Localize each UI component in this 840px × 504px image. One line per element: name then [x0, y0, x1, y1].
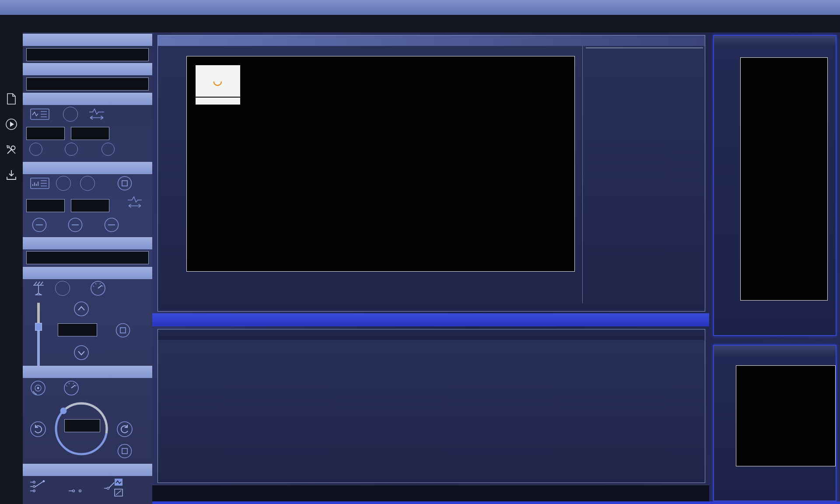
sa-start-freq-input[interactable] [26, 127, 65, 140]
spa-button[interactable] [63, 107, 78, 122]
height-pattern-titlebar[interactable] [714, 36, 836, 47]
app-titlebar[interactable] [0, 0, 840, 15]
detector1-button[interactable] [32, 217, 47, 232]
tools-icon[interactable] [5, 144, 18, 156]
bl2-button[interactable] [102, 143, 115, 156]
height-pattern-window [713, 35, 836, 336]
sa-stop-freq-input[interactable] [71, 127, 109, 140]
stop-button[interactable] [117, 176, 132, 191]
final-data-titlebar[interactable] [158, 329, 705, 340]
mast-slider-handle[interactable] [35, 323, 42, 331]
rcv-start-freq-input[interactable] [26, 199, 65, 212]
azimuth-pattern-window [713, 345, 836, 501]
section-table[interactable] [23, 366, 152, 378]
selector-switch-icon[interactable] [29, 479, 47, 496]
document-tab-strip [152, 313, 709, 326]
rcv-stop-freq-input[interactable] [71, 199, 109, 212]
mast-stop-button[interactable] [116, 323, 130, 338]
spectrum-legend [586, 46, 703, 49]
rotate-cw-button[interactable] [116, 421, 133, 438]
mast-speed-gauge-icon[interactable] [90, 280, 106, 297]
mast-up-button[interactable] [74, 301, 89, 317]
bl1-button[interactable] [65, 143, 78, 156]
antenna-icon [31, 281, 46, 297]
legend-limit-header [586, 46, 703, 48]
signal-path-selector-icon[interactable] [103, 478, 124, 498]
mast-slider-track-lower [37, 326, 40, 368]
limit-input[interactable] [26, 77, 149, 91]
section-condition[interactable] [23, 34, 152, 46]
spectrum-window-titlebar[interactable] [158, 35, 705, 46]
document-icon[interactable] [6, 93, 17, 105]
analyzer-instrument-icon[interactable] [30, 108, 49, 121]
final-data-window [158, 329, 705, 483]
rotate-ccw-button[interactable] [30, 421, 46, 438]
height-pattern-plot[interactable] [740, 57, 828, 301]
azimuth-pattern-titlebar[interactable] [714, 346, 836, 357]
receiver-instrument-icon[interactable] [30, 177, 49, 190]
detector3-button[interactable] [104, 217, 119, 232]
legend-divider [582, 46, 583, 303]
tds-button[interactable] [80, 176, 95, 191]
emc-toyo-logo-sub [196, 98, 240, 105]
menubar [0, 15, 840, 32]
detector2-button[interactable] [68, 217, 83, 232]
sweep-icon[interactable] [88, 107, 106, 122]
section-selector[interactable] [23, 464, 152, 476]
azimuth-pattern-plot[interactable] [736, 365, 836, 466]
table-speed-gauge-icon[interactable] [63, 380, 80, 396]
activity-bar [0, 32, 23, 504]
emc-toyo-logo: ◡ [196, 65, 240, 97]
export-icon[interactable] [5, 169, 18, 181]
transducer-input[interactable] [26, 251, 149, 264]
section-limit[interactable] [23, 63, 152, 75]
table-stop-button[interactable] [117, 444, 132, 458]
rcv-sweep-icon[interactable] [126, 195, 144, 209]
mast-polarization-button[interactable] [55, 281, 70, 296]
section-receiver[interactable] [23, 162, 152, 174]
spectrum-plot[interactable]: ◡ [186, 56, 575, 272]
rcv-button[interactable] [56, 176, 71, 191]
list-tab-strip [152, 485, 709, 501]
cw-button[interactable] [29, 143, 42, 156]
turntable-icon[interactable] [30, 380, 46, 396]
run-measurement-icon[interactable] [5, 118, 18, 130]
control-sidebar [23, 32, 152, 504]
application-window: ◡ [0, 0, 840, 504]
bottom-accent-bar [152, 501, 840, 504]
section-mast[interactable] [23, 267, 152, 279]
selector-off-switch-icon[interactable] [68, 487, 86, 494]
condition-input[interactable] [26, 48, 149, 61]
mast-down-button[interactable] [74, 345, 89, 360]
section-spectrum-analyzer[interactable] [23, 93, 152, 105]
table-angle-input[interactable] [64, 419, 100, 432]
section-transducer[interactable] [23, 237, 152, 249]
mast-height-input[interactable] [58, 323, 97, 336]
spectrum-window: ◡ [158, 35, 705, 312]
